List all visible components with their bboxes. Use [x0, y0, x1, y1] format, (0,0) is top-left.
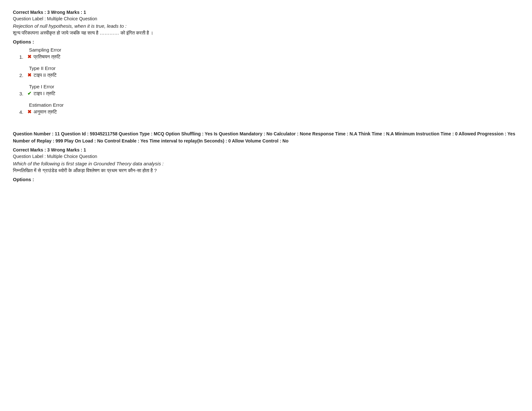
option-3-hindi: टाइप I त्रुटि	[34, 91, 55, 96]
question10-label-prefix: Question Label :	[13, 16, 47, 21]
option-2-block: Type II Error 2. ✖ टाइप II त्रुटि	[19, 65, 519, 78]
question10-text-hindi: शून्य परिकल्पना अस्वीकृत हो जाये जबकि यह…	[13, 30, 519, 36]
option-2-row: 2. ✖ टाइप II त्रुटि	[19, 72, 519, 78]
option-1-hindi: प्रतिचयन त्रुटि	[34, 54, 61, 60]
option-3-number: 3.	[19, 91, 27, 96]
option-2-number: 2.	[19, 73, 27, 78]
option-3-row: 3. ✔ टाइप I त्रुटि	[19, 91, 519, 96]
option-4-icon-cross: ✖	[27, 109, 32, 115]
option-1-number: 1.	[19, 54, 27, 60]
question11-text-hindi: निम्नलिखित में से ग्राउंडेड थ्योरी के आँ…	[13, 168, 519, 173]
option-1-english: Sampling Error	[29, 47, 519, 53]
question11-options-label: Options :	[13, 177, 519, 182]
question10-label-value: Multiple Choice Question	[47, 16, 97, 21]
question11-section: Question Number : 11 Question Id : 59345…	[13, 130, 519, 182]
question10-label: Question Label : Multiple Choice Questio…	[13, 16, 519, 21]
question11-label-value: Multiple Choice Question	[47, 154, 97, 159]
question11-label-prefix: Question Label :	[13, 154, 47, 159]
divider-1	[13, 121, 519, 130]
question11-info: Question Number : 11 Question Id : 59345…	[13, 130, 519, 145]
option-2-icon-cross: ✖	[27, 72, 32, 78]
question10-text-english: Rejection of null hypothesis, when it is…	[13, 23, 519, 29]
option-4-hindi: अनुमान त्रुटि	[34, 109, 57, 115]
option-2-english: Type II Error	[29, 65, 519, 71]
option-1-icon-cross: ✖	[27, 54, 32, 60]
question11-meta: Correct Marks : 3 Wrong Marks : 1	[13, 147, 519, 152]
option-3-block: Type I Error 3. ✔ टाइप I त्रुटि	[19, 84, 519, 96]
option-1-row: 1. ✖ प्रतिचयन त्रुटि	[19, 54, 519, 60]
option-3-english: Type I Error	[29, 84, 519, 89]
option-3-icon-check: ✔	[27, 91, 32, 96]
question11-label: Question Label : Multiple Choice Questio…	[13, 154, 519, 159]
question10-section: Correct Marks : 3 Wrong Marks : 1 Questi…	[13, 10, 519, 115]
option-4-row: 4. ✖ अनुमान त्रुटि	[19, 109, 519, 115]
question11-text-english: Which of the following is first stage in…	[13, 161, 519, 166]
option-1-block: Sampling Error 1. ✖ प्रतिचयन त्रुटि	[19, 47, 519, 60]
option-4-block: Estimation Error 4. ✖ अनुमान त्रुटि	[19, 102, 519, 115]
question10-meta: Correct Marks : 3 Wrong Marks : 1	[13, 10, 519, 15]
option-2-hindi: टाइप II त्रुटि	[34, 72, 57, 78]
option-4-english: Estimation Error	[29, 102, 519, 108]
question10-options-label: Options :	[13, 39, 519, 44]
option-4-number: 4.	[19, 109, 27, 115]
